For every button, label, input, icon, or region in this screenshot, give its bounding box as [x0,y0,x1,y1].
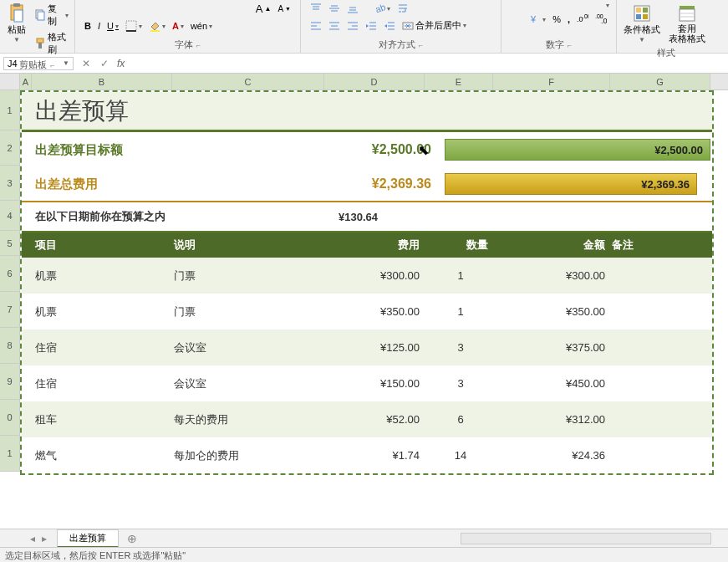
cell-item: 住宿 [33,376,174,391]
sheet-tab[interactable]: 出差预算 [57,529,119,548]
decrease-decimal-button[interactable]: .00.0 [593,13,609,26]
row-header[interactable]: 6 [0,256,20,292]
svg-rect-5 [37,38,43,43]
table-row[interactable]: 租车 每天的费用 ¥52.00 6 ¥312.00 [22,401,712,437]
tab-nav-next[interactable]: ▸ [42,533,47,544]
row-header[interactable]: 5 [0,231,20,256]
paste-button[interactable]: 粘贴 ▼ [3,2,30,45]
svg-rect-6 [38,43,42,49]
decrease-indent-button[interactable] [363,19,379,33]
format-painter-button[interactable]: 格式刷 [32,30,71,57]
row-header[interactable]: 1 [0,90,20,130]
align-right-button[interactable] [344,19,361,33]
italic-button[interactable]: I [95,20,103,32]
underline-button[interactable]: U▾ [104,20,121,32]
orientation-button[interactable]: ab▾ [371,2,393,15]
svg-text:.00: .00 [583,13,588,19]
table-row[interactable]: 机票 门票 ¥350.00 1 ¥350.00 [22,294,712,330]
cell-desc: 门票 [174,304,326,319]
font-color-button[interactable]: A▾ [170,20,186,32]
tab-nav-prev[interactable]: ◂ [30,533,35,544]
column-headers: A B C D E F G [0,74,728,90]
col-header-C[interactable]: C [172,74,324,89]
row-header[interactable]: 3 [0,166,20,201]
bold-button[interactable]: B [82,20,94,32]
align-left-button[interactable] [308,19,324,33]
copy-icon [34,8,46,22]
comma-button[interactable]: , [565,13,573,25]
enter-button[interactable]: ✓ [95,58,114,69]
row-header[interactable]: 4 [0,201,20,231]
brush-icon [34,37,46,50]
row-header[interactable]: 1 [0,436,20,472]
cell-cost: ¥52.00 [326,413,426,426]
budget-target-label: 出差预算目标额 [33,142,186,158]
horizontal-scrollbar[interactable] [461,533,711,544]
conditional-format-button[interactable]: 条件格式 ▼ [620,2,664,45]
fx-icon[interactable]: fx [114,58,128,69]
accounting-format-button[interactable]: ¥▾ [527,13,548,26]
svg-rect-45 [636,8,641,13]
wrap-text-button[interactable] [395,2,411,15]
add-sheet-button[interactable]: ⊕ [119,532,145,545]
cell-item: 住宿 [33,340,174,355]
col-header-D[interactable]: D [324,74,425,89]
copy-button[interactable]: 复制 ▾ [32,2,71,28]
fill-color-button[interactable]: ▾ [146,19,168,33]
svg-rect-48 [643,14,648,19]
cond-format-label: 条件格式 [624,23,660,36]
cond-format-icon [632,3,652,23]
merge-center-button[interactable]: 合并后居中▾ [400,18,469,33]
col-header-G[interactable]: G [610,74,710,89]
table-row[interactable]: 住宿 会议室 ¥150.00 3 ¥450.00 [22,365,712,401]
row-header[interactable]: 7 [0,292,20,328]
align-center-button[interactable] [326,19,343,33]
increase-decimal-button[interactable]: .0.00 [574,13,591,26]
paste-label: 粘贴 [8,23,26,36]
row-header[interactable]: 0 [0,400,20,436]
row-header[interactable]: 8 [0,328,20,364]
table-row[interactable]: 燃气 每加仑的费用 ¥1.74 14 ¥24.36 [22,437,712,473]
formula-input[interactable] [128,57,728,70]
table-format-button[interactable]: 套用 表格格式 [665,2,709,45]
cell-item: 租车 [33,412,174,427]
align-middle-button[interactable] [326,2,343,15]
cell-desc: 会议室 [174,376,326,391]
row-header[interactable]: 2 [0,130,20,166]
paste-icon [7,3,27,23]
decrease-font-button[interactable]: A▼ [275,3,293,14]
cell-cost: ¥1.74 [326,449,426,462]
col-header-A[interactable]: A [20,74,32,89]
header-cost: 费用 [326,238,426,253]
col-header-E[interactable]: E [425,74,493,89]
cancel-button[interactable]: ✕ [77,58,95,69]
align-bottom-button[interactable] [344,2,361,15]
col-header-F[interactable]: F [493,74,610,89]
cell-desc: 门票 [174,268,326,284]
increase-font-button[interactable]: A▲ [253,2,274,16]
align-top-button[interactable] [308,2,324,15]
sheet-content[interactable]: 出差预算 出差预算目标额 ¥2,500.00 ¥2,500.00 出差总费用 ¥… [20,90,714,475]
name-box[interactable]: J4 ▼ [3,57,74,70]
cell-qty: 14 [426,449,495,462]
row-headers: 1 2 3 4 5 6 7 8 9 0 1 [0,90,20,475]
dialog-launcher-icon[interactable]: ⌐ [419,41,423,49]
header-note: 备注 [612,238,712,253]
dialog-launcher-icon[interactable]: ⌐ [196,41,201,49]
dialog-launcher-icon[interactable]: ⌐ [568,41,572,49]
sheet-tab-bar: ◂ ▸ 出差预算 ⊕ [0,529,728,547]
dropdown-icon[interactable]: ▼ [63,59,69,67]
cell-cost: ¥125.00 [326,341,426,354]
increase-indent-button[interactable] [381,19,398,33]
select-all-corner[interactable] [0,74,20,89]
col-header-B[interactable]: B [32,74,172,89]
cell-qty: 3 [426,341,495,354]
row-header[interactable]: 9 [0,364,20,400]
percent-button[interactable]: % [550,13,563,25]
phonetic-button[interactable]: wén▾ [188,20,215,32]
budget-target-value: ¥2,500.00 [186,142,438,157]
table-row[interactable]: 住宿 会议室 ¥125.00 3 ¥375.00 [22,330,712,365]
border-button[interactable]: ▾ [123,19,145,33]
table-header-row: 项目 说明 费用 数量 金额 备注 [22,232,712,258]
table-row[interactable]: 机票 门票 ¥300.00 1 ¥300.00 [22,258,712,294]
